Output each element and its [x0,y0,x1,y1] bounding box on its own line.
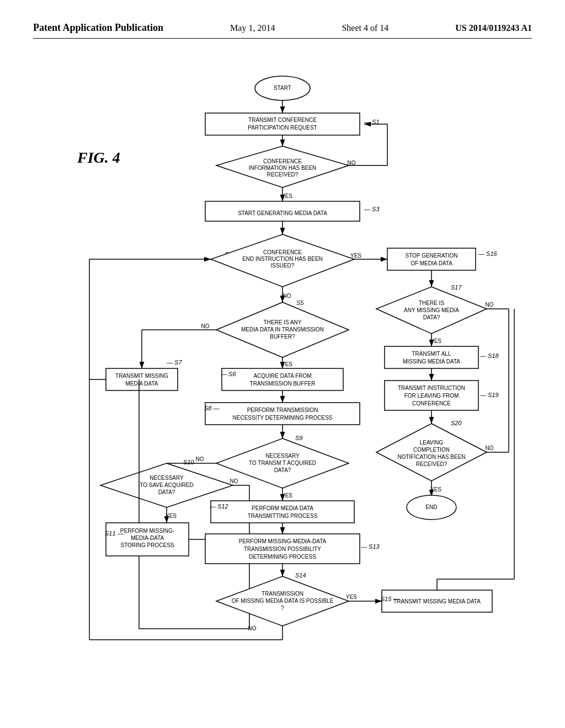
flowchart-container: FIG. 4 START TRANSMIT CONFERENCE PARTICI… [33,55,532,678]
s7-text-2: MEDIA DATA [125,381,158,387]
s20-text-1: LEAVING [420,440,444,446]
s2-text-1: CONFERENCE [263,158,302,164]
publication-title: Patent Application Publication [33,22,163,34]
s12-label: — S12 [209,503,228,510]
s6-text-2: TRANSMISSION BUFFER [250,381,316,387]
s20-label: S20 [451,420,462,426]
s16-text-1: STOP GENERATION [405,253,457,259]
s19-label: — S19 [479,392,499,398]
page-header: Patent Application Publication May 1, 20… [33,22,532,39]
s5-no-label: NO [201,323,210,329]
s17-text-3: DATA? [423,314,440,320]
s10-text-3: DATA? [158,489,175,495]
s6-label: — S6 [220,371,236,377]
s18-text-1: TRANSMIT ALL [412,351,451,357]
s13-text-2: TRANSMISSION POSSIBILITY [244,546,321,552]
s7-box [106,368,178,390]
s17-text-1: THERE IS [419,300,444,306]
s14-yes-label: YES [346,594,357,600]
s17-text-2: ANY MISSING MEDIA [404,307,459,313]
s1-text-2: PARTICIPATION REQUEST [248,125,317,131]
s18-label: — S18 [479,352,499,359]
s4-yes-label: YES [350,253,361,259]
page: Patent Application Publication May 1, 20… [0,0,565,728]
s11-label: S11 — [105,530,124,537]
publication-date: May 1, 2014 [230,23,275,33]
s5-yes-label: YES [281,361,292,367]
s10-text-2: TO SAVE ACQUIRED [140,482,193,488]
s17-no-label: NO [486,302,494,308]
s5-text-3: BUFFER? [270,334,295,340]
patent-number: US 2014/0119243 A1 [455,23,532,33]
s12-text-1: PERFORM MEDIA DATA [252,505,313,511]
s2-no-label: NO [348,160,356,166]
s9-text-3: DATA? [274,467,291,473]
s15-text: TRANSMIT MISSING MEDIA DATA [393,598,481,604]
s20-text-4: RECEIVED? [416,461,447,467]
s17-yes-label: YES [430,338,441,344]
s16-box [387,248,476,270]
s20-yes-label: YES [430,486,441,493]
s9-no-label: NO [196,456,204,462]
s14-no-label: NO [248,625,257,631]
s14-label: S14 [295,572,306,579]
s6-box [222,368,343,390]
s9-yes-label: YES [281,493,292,499]
s7-text-1: TRANSMIT MISSING [115,373,168,379]
s5-text-2: MEDIA DATA IN TRANSMISSION [241,326,324,333]
s19-text-2: FOR LEAVING FROM [404,393,459,399]
s19-text-3: CONFERENCE [412,400,451,406]
s17-label: S17 [451,284,462,291]
s11-text-2: MEDIA-DATA [131,535,164,541]
s20-text-3: NOTIFICATION HAS BEEN [397,454,465,460]
s20-text-2: COMPLETION [413,447,450,453]
start-label: START [274,85,291,91]
s5-text-1: THERE IS ANY [264,319,302,325]
s3-text: START GENERATING MEDIA DATA [238,210,327,216]
s15-label: S15 — [381,596,400,602]
s3-label: — S3 [364,206,380,212]
s4-text-3: ISSUED? [271,263,295,269]
s16-text-2: OF MEDIA DATA [411,260,452,266]
s9-text-2: TO TRANSM T ACQUIRED [249,460,316,466]
s8-text-1: PERFORM TRANSMISSION [247,407,318,413]
s8-box [205,403,360,425]
s2-text-2: INFORMATION HAS BEEN [249,165,317,171]
s6-text-1: ACQUIRE DATA FROM [253,373,311,379]
s12-text-2: TRANSMITTING PROCESS [248,513,318,519]
s14-text-3: ? [281,605,284,611]
s5-label: S5 [296,299,304,306]
sheet-info: Sheet 4 of 14 [342,23,388,33]
s20-no-label: NO [486,445,494,451]
s4-text-2: END INSTRUCTION HAS BEEN [242,256,323,262]
figure-label: FIG. 4 [77,149,120,167]
s12-box [211,501,354,523]
s13-text-3: DETERMINING PROCESS [249,554,316,560]
s2-text-3: RECEIVED? [267,172,299,178]
s7-label: — S7 [166,359,182,366]
s10-text-1: NECESSARY [150,475,184,481]
s18-text-2: MISSING MEDIA DATA [403,358,460,365]
s19-text-1: TRANSMIT INSTRUCTION [398,385,465,391]
s18-box [385,346,478,368]
s10-yes-label: YES [166,513,177,519]
s13-text-1: PERFORM MISSING-MEDIA-DATA [239,538,327,544]
s8-label: S8 — [204,405,220,411]
s9-text-1: NECESSARY [265,453,300,459]
s11-text-3: STORING PROCESS [120,542,174,548]
s10-no-label: NO [230,478,238,484]
end-label: END [425,504,437,510]
s2-yes-label: YES [281,193,292,199]
s4-text-1: CONFERENCE [263,249,302,255]
s9-label: S9 [295,435,302,441]
s8-text-2: NECESSITY DETERMINING PROCESS [233,415,333,421]
s14-text-1: TRANSMISSION [262,591,303,597]
s16-label: — S16 [478,250,498,257]
s1-text-1: TRANSMIT CONFERENCE [248,117,317,123]
s10-label: S10 [183,459,194,465]
s4-no-label: NO [283,293,291,299]
s14-text-2: OF MISSING MEDIA DATA IS POSSIBLE [232,598,334,604]
s11-text-1: PERFORM MISSING- [120,528,174,534]
s13-label: — S13 [360,543,380,550]
